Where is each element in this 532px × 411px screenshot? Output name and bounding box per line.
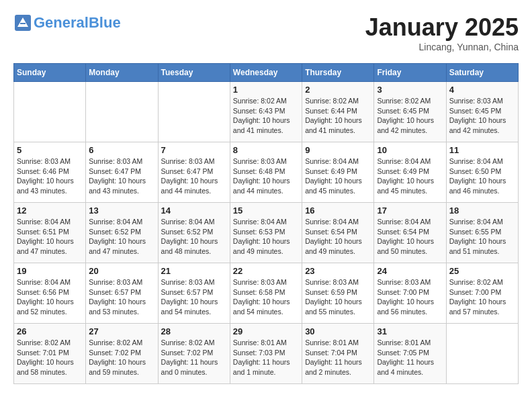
day-header-wednesday: Wednesday <box>230 64 302 82</box>
calendar-cell <box>14 82 86 142</box>
calendar-week-1: 1Sunrise: 8:02 AM Sunset: 6:43 PM Daylig… <box>14 82 519 142</box>
day-info: Sunrise: 8:04 AM Sunset: 6:50 PM Dayligh… <box>449 156 515 196</box>
day-header-friday: Friday <box>374 64 446 82</box>
calendar-cell: 31Sunrise: 8:01 AM Sunset: 7:05 PM Dayli… <box>374 324 446 384</box>
day-number: 18 <box>449 205 515 216</box>
day-number: 16 <box>305 205 371 216</box>
calendar-week-2: 5Sunrise: 8:03 AM Sunset: 6:46 PM Daylig… <box>14 142 519 203</box>
day-number: 27 <box>89 326 154 336</box>
calendar-cell: 2Sunrise: 8:02 AM Sunset: 6:44 PM Daylig… <box>302 82 374 142</box>
day-number: 9 <box>305 145 371 155</box>
calendar-week-5: 26Sunrise: 8:02 AM Sunset: 7:01 PM Dayli… <box>14 324 519 384</box>
calendar-cell <box>158 82 230 142</box>
day-header-tuesday: Tuesday <box>158 64 230 82</box>
day-number: 6 <box>89 145 154 155</box>
calendar-cell: 26Sunrise: 8:02 AM Sunset: 7:01 PM Dayli… <box>14 324 86 384</box>
day-number: 14 <box>161 205 227 216</box>
day-number: 2 <box>305 85 371 95</box>
calendar-cell: 13Sunrise: 8:04 AM Sunset: 6:52 PM Dayli… <box>86 203 158 263</box>
day-info: Sunrise: 8:02 AM Sunset: 6:44 PM Dayligh… <box>305 96 371 136</box>
day-number: 31 <box>377 326 443 336</box>
calendar-cell: 19Sunrise: 8:04 AM Sunset: 6:56 PM Dayli… <box>14 263 86 324</box>
calendar-cell: 15Sunrise: 8:04 AM Sunset: 6:53 PM Dayli… <box>230 203 302 263</box>
calendar-cell: 12Sunrise: 8:04 AM Sunset: 6:51 PM Dayli… <box>14 203 86 263</box>
day-info: Sunrise: 8:03 AM Sunset: 6:57 PM Dayligh… <box>89 277 154 317</box>
calendar-cell: 20Sunrise: 8:03 AM Sunset: 6:57 PM Dayli… <box>86 263 158 324</box>
day-info: Sunrise: 8:04 AM Sunset: 6:53 PM Dayligh… <box>233 217 299 257</box>
day-number: 25 <box>449 266 515 276</box>
day-info: Sunrise: 8:01 AM Sunset: 7:03 PM Dayligh… <box>233 338 299 377</box>
calendar-table: SundayMondayTuesdayWednesdayThursdayFrid… <box>13 63 519 384</box>
day-number: 15 <box>233 205 299 216</box>
page-header: GeneralBlue January 2025 Lincang, Yunnan… <box>13 13 519 52</box>
days-header-row: SundayMondayTuesdayWednesdayThursdayFrid… <box>14 64 519 82</box>
day-number: 28 <box>161 326 227 336</box>
day-number: 29 <box>233 326 299 336</box>
day-info: Sunrise: 8:02 AM Sunset: 7:01 PM Dayligh… <box>17 338 83 377</box>
calendar-cell: 29Sunrise: 8:01 AM Sunset: 7:03 PM Dayli… <box>230 324 302 384</box>
day-number: 5 <box>17 145 83 155</box>
day-number: 20 <box>89 266 154 276</box>
day-info: Sunrise: 8:02 AM Sunset: 7:02 PM Dayligh… <box>89 338 154 377</box>
day-info: Sunrise: 8:03 AM Sunset: 6:46 PM Dayligh… <box>17 156 83 196</box>
calendar-cell: 8Sunrise: 8:03 AM Sunset: 6:48 PM Daylig… <box>230 142 302 203</box>
day-info: Sunrise: 8:03 AM Sunset: 6:48 PM Dayligh… <box>233 156 299 196</box>
day-number: 13 <box>89 205 154 216</box>
day-info: Sunrise: 8:04 AM Sunset: 6:54 PM Dayligh… <box>377 217 443 257</box>
calendar-cell: 24Sunrise: 8:03 AM Sunset: 7:00 PM Dayli… <box>374 263 446 324</box>
calendar-cell: 18Sunrise: 8:04 AM Sunset: 6:55 PM Dayli… <box>446 203 518 263</box>
day-info: Sunrise: 8:04 AM Sunset: 6:51 PM Dayligh… <box>17 217 83 257</box>
day-info: Sunrise: 8:03 AM Sunset: 6:58 PM Dayligh… <box>233 277 299 317</box>
calendar-cell: 11Sunrise: 8:04 AM Sunset: 6:50 PM Dayli… <box>446 142 518 203</box>
day-number: 22 <box>233 266 299 276</box>
day-header-sunday: Sunday <box>14 64 86 82</box>
day-info: Sunrise: 8:02 AM Sunset: 7:00 PM Dayligh… <box>449 277 515 317</box>
calendar-cell: 27Sunrise: 8:02 AM Sunset: 7:02 PM Dayli… <box>86 324 158 384</box>
day-number: 3 <box>377 85 443 95</box>
day-number: 11 <box>449 145 515 155</box>
day-number: 10 <box>377 145 443 155</box>
day-number: 23 <box>305 266 371 276</box>
svg-rect-2 <box>20 23 26 24</box>
calendar-week-4: 19Sunrise: 8:04 AM Sunset: 6:56 PM Dayli… <box>14 263 519 324</box>
day-number: 8 <box>233 145 299 155</box>
calendar-cell: 9Sunrise: 8:04 AM Sunset: 6:49 PM Daylig… <box>302 142 374 203</box>
calendar-cell: 7Sunrise: 8:03 AM Sunset: 6:47 PM Daylig… <box>158 142 230 203</box>
day-info: Sunrise: 8:04 AM Sunset: 6:52 PM Dayligh… <box>161 217 227 257</box>
day-info: Sunrise: 8:01 AM Sunset: 7:05 PM Dayligh… <box>377 338 443 377</box>
logo-icon <box>13 13 32 32</box>
day-info: Sunrise: 8:04 AM Sunset: 6:56 PM Dayligh… <box>17 277 83 317</box>
calendar-cell: 3Sunrise: 8:02 AM Sunset: 6:45 PM Daylig… <box>374 82 446 142</box>
day-info: Sunrise: 8:03 AM Sunset: 6:59 PM Dayligh… <box>305 277 371 317</box>
day-number: 4 <box>449 85 515 95</box>
calendar-cell: 17Sunrise: 8:04 AM Sunset: 6:54 PM Dayli… <box>374 203 446 263</box>
calendar-week-3: 12Sunrise: 8:04 AM Sunset: 6:51 PM Dayli… <box>14 203 519 263</box>
calendar-cell <box>86 82 158 142</box>
day-info: Sunrise: 8:03 AM Sunset: 6:47 PM Dayligh… <box>89 156 154 196</box>
calendar-cell: 22Sunrise: 8:03 AM Sunset: 6:58 PM Dayli… <box>230 263 302 324</box>
calendar-cell: 1Sunrise: 8:02 AM Sunset: 6:43 PM Daylig… <box>230 82 302 142</box>
day-info: Sunrise: 8:04 AM Sunset: 6:49 PM Dayligh… <box>377 156 443 196</box>
day-info: Sunrise: 8:02 AM Sunset: 7:02 PM Dayligh… <box>161 338 227 377</box>
day-info: Sunrise: 8:03 AM Sunset: 7:00 PM Dayligh… <box>377 277 443 317</box>
logo: GeneralBlue <box>13 13 121 32</box>
calendar-cell: 14Sunrise: 8:04 AM Sunset: 6:52 PM Dayli… <box>158 203 230 263</box>
calendar-cell: 10Sunrise: 8:04 AM Sunset: 6:49 PM Dayli… <box>374 142 446 203</box>
day-number: 24 <box>377 266 443 276</box>
calendar-cell: 30Sunrise: 8:01 AM Sunset: 7:04 PM Dayli… <box>302 324 374 384</box>
day-number: 19 <box>17 266 83 276</box>
day-info: Sunrise: 8:02 AM Sunset: 6:43 PM Dayligh… <box>233 96 299 136</box>
day-info: Sunrise: 8:03 AM Sunset: 6:57 PM Dayligh… <box>161 277 227 317</box>
day-header-saturday: Saturday <box>446 64 518 82</box>
calendar-cell: 28Sunrise: 8:02 AM Sunset: 7:02 PM Dayli… <box>158 324 230 384</box>
day-number: 7 <box>161 145 227 155</box>
day-info: Sunrise: 8:04 AM Sunset: 6:55 PM Dayligh… <box>449 217 515 257</box>
day-number: 21 <box>161 266 227 276</box>
day-header-monday: Monday <box>86 64 158 82</box>
day-number: 1 <box>233 85 299 95</box>
day-info: Sunrise: 8:03 AM Sunset: 6:45 PM Dayligh… <box>449 96 515 136</box>
day-info: Sunrise: 8:03 AM Sunset: 6:47 PM Dayligh… <box>161 156 227 196</box>
calendar-cell <box>446 324 518 384</box>
month-title: January 2025 <box>365 13 519 42</box>
location-subtitle: Lincang, Yunnan, China <box>365 42 519 52</box>
